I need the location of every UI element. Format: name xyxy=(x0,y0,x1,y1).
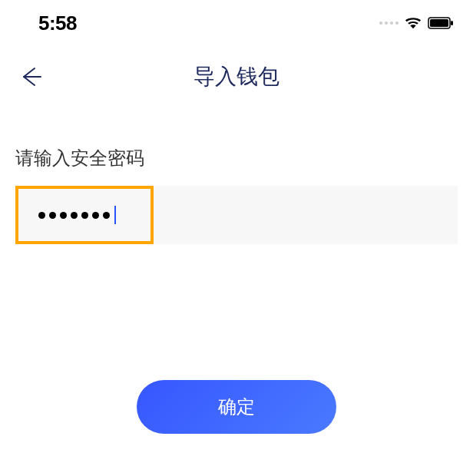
status-icons xyxy=(379,16,454,30)
signal-dots-icon xyxy=(379,21,399,25)
password-value-display xyxy=(15,186,116,244)
status-time: 5:58 xyxy=(38,12,77,35)
page-title: 导入钱包 xyxy=(194,62,280,91)
back-arrow-icon[interactable] xyxy=(19,65,42,88)
svg-rect-2 xyxy=(451,21,453,25)
text-cursor xyxy=(114,206,116,224)
content-area: 请输入安全密码 xyxy=(0,107,473,170)
confirm-button-label: 确定 xyxy=(218,395,255,419)
battery-icon xyxy=(428,17,454,29)
status-bar: 5:58 xyxy=(0,0,473,42)
wifi-icon xyxy=(405,16,422,30)
confirm-button[interactable]: 确定 xyxy=(137,380,336,434)
password-label: 请输入安全密码 xyxy=(15,146,458,170)
nav-bar: 导入钱包 xyxy=(0,42,473,107)
svg-rect-1 xyxy=(430,19,448,27)
